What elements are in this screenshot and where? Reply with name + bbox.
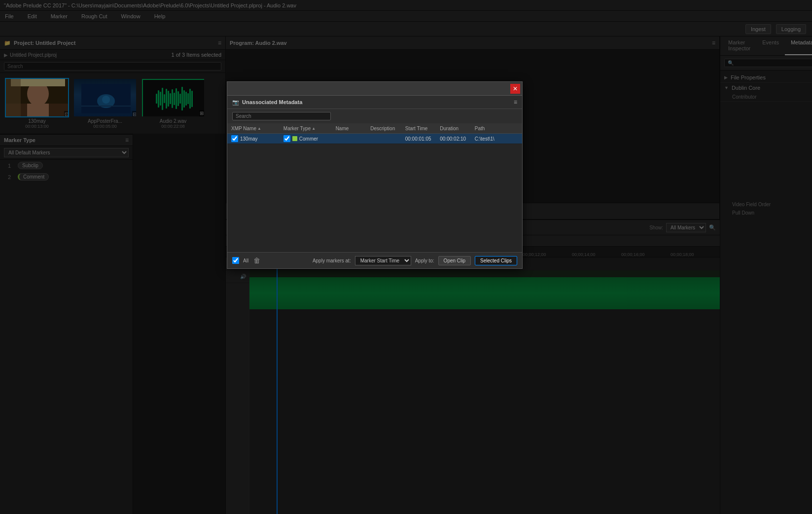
modal-footer-right: Apply markers at: Marker Start Time Appl… — [313, 256, 517, 265]
duration-cell-0: 00:00:02:10 — [440, 136, 475, 142]
modal-overlay: ✕ 📷 Unassociated Metadata ≡ XMP Name ▲ M… — [0, 0, 812, 514]
table-row-0[interactable]: 130may Commer 00:00:01:05 00:00:02:1 — [227, 134, 522, 144]
xmp-sort-arrow: ▲ — [257, 126, 261, 131]
modal-dialog: ✕ 📷 Unassociated Metadata ≡ XMP Name ▲ M… — [227, 81, 523, 269]
open-clip-button[interactable]: Open Clip — [438, 256, 471, 265]
start-cell-0: 00:00:01:05 — [405, 136, 440, 142]
xmp-cell-0: 130may — [231, 135, 283, 142]
modal-footer-left: All 🗑 — [232, 256, 261, 265]
modal-table-header: XMP Name ▲ Marker Type ▲ Name Descriptio… — [227, 124, 522, 134]
marker-type-checkbox-0[interactable] — [283, 135, 290, 142]
modal-search-input[interactable] — [232, 112, 331, 120]
col-xmp-header[interactable]: XMP Name ▲ — [231, 126, 283, 131]
modal-title: 📷 Unassociated Metadata — [232, 99, 302, 106]
marker-type-sort-arrow: ▲ — [312, 126, 316, 131]
path-cell-0: C:\test\1\ — [475, 136, 518, 142]
modal-close-button[interactable]: ✕ — [510, 84, 520, 94]
col-marker-type-header[interactable]: Marker Type ▲ — [283, 126, 336, 131]
modal-titlebar: ✕ — [227, 82, 522, 96]
apply-dropdown[interactable]: Marker Start Time — [355, 256, 411, 265]
all-checkbox[interactable] — [232, 257, 239, 264]
modal-table-body: 130may Commer 00:00:01:05 00:00:02:1 — [227, 134, 522, 252]
modal-icon: 📷 — [232, 99, 239, 106]
apply-to-label: Apply to: — [415, 258, 434, 263]
marker-color-0 — [292, 136, 297, 141]
modal-menu-icon[interactable]: ≡ — [514, 99, 517, 106]
modal-header: 📷 Unassociated Metadata ≡ — [227, 96, 522, 109]
col-path-header[interactable]: Path — [475, 126, 518, 131]
delete-button[interactable]: 🗑 — [252, 256, 261, 265]
modal-footer: All 🗑 Apply markers at: Marker Start Tim… — [227, 252, 522, 268]
xmp-checkbox-0[interactable] — [231, 135, 238, 142]
col-start-header[interactable]: Start Time — [405, 126, 440, 131]
col-desc-header[interactable]: Description — [370, 126, 405, 131]
col-duration-header[interactable]: Duration — [440, 126, 475, 131]
apply-markers-label: Apply markers at: — [313, 258, 351, 263]
all-checkbox-wrap: All — [232, 257, 248, 264]
selected-clips-button[interactable]: Selected Clips — [475, 256, 517, 265]
modal-toolbar — [227, 109, 522, 124]
col-name-header[interactable]: Name — [336, 126, 371, 131]
modal-search — [232, 112, 517, 120]
all-label: All — [243, 258, 248, 263]
marker-type-cell-0: Commer — [283, 135, 336, 142]
